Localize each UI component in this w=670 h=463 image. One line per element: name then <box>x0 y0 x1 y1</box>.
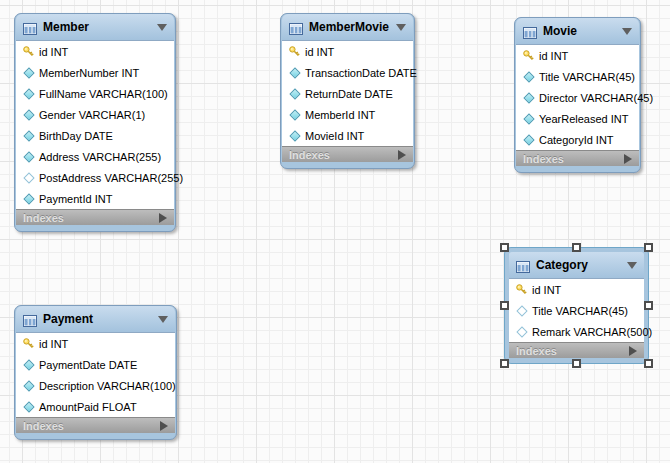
column-row[interactable]: id INT <box>509 279 644 300</box>
indexes-footer[interactable]: Indexes <box>16 417 175 433</box>
column-notnull-icon <box>288 87 301 100</box>
table-header[interactable]: Movie <box>516 18 639 44</box>
key-icon <box>522 49 535 62</box>
column-label: ReturnDate DATE <box>305 88 393 100</box>
column-row[interactable]: Address VARCHAR(255) <box>16 146 174 167</box>
column-notnull-icon <box>522 133 535 146</box>
column-row[interactable]: TransactionDate DATE <box>282 62 413 83</box>
column-row[interactable]: Description VARCHAR(100) <box>16 375 175 396</box>
column-notnull-icon <box>288 66 301 79</box>
column-row[interactable]: id INT <box>516 45 639 66</box>
column-row[interactable]: FullName VARCHAR(100) <box>16 83 174 104</box>
column-row[interactable]: MemberNumber INT <box>16 62 174 83</box>
table-category[interactable]: Category id INTTitle VARCHAR(45)Remark V… <box>504 247 649 364</box>
column-notnull-icon <box>522 70 535 83</box>
column-notnull-icon <box>288 108 301 121</box>
indexes-label: Indexes <box>523 153 564 165</box>
column-label: FullName VARCHAR(100) <box>39 88 168 100</box>
column-row[interactable]: Title VARCHAR(45) <box>509 300 644 321</box>
column-row[interactable]: PaymentId INT <box>16 188 174 209</box>
collapse-arrow-icon[interactable] <box>158 316 168 323</box>
indexes-label: Indexes <box>23 212 64 224</box>
column-label: CategoryId INT <box>539 134 614 146</box>
column-label: id INT <box>39 46 68 58</box>
column-label: Title VARCHAR(45) <box>532 305 628 317</box>
column-label: PostAddress VARCHAR(255) <box>39 172 183 184</box>
selection-handle-e[interactable] <box>644 301 653 310</box>
column-notnull-icon <box>22 400 35 413</box>
column-label: PaymentId INT <box>39 193 112 205</box>
column-label: MovieId INT <box>305 130 364 142</box>
indexes-label: Indexes <box>516 345 557 357</box>
column-notnull-icon <box>22 192 35 205</box>
column-list: id INTTitle VARCHAR(45)Director VARCHAR(… <box>516 44 639 150</box>
table-movie[interactable]: Movie id INTTitle VARCHAR(45)Director VA… <box>514 17 641 173</box>
column-row[interactable]: AmountPaid FLOAT <box>16 396 175 417</box>
selection-handle-s[interactable] <box>572 359 581 368</box>
column-label: id INT <box>305 46 334 58</box>
table-membermovie[interactable]: MemberMovie id INTTransactionDate DATERe… <box>280 13 415 169</box>
column-row[interactable]: Remark VARCHAR(500) <box>509 321 644 342</box>
collapse-arrow-icon[interactable] <box>157 24 167 31</box>
column-notnull-icon <box>288 129 301 142</box>
column-row[interactable]: id INT <box>282 41 413 62</box>
key-icon <box>22 45 35 58</box>
table-payment[interactable]: Payment id INTPaymentDate DATEDescriptio… <box>14 305 177 440</box>
column-label: BirthDay DATE <box>39 130 113 142</box>
column-notnull-icon <box>22 129 35 142</box>
table-icon <box>23 21 37 33</box>
collapse-arrow-icon[interactable] <box>396 24 406 31</box>
indexes-footer[interactable]: Indexes <box>516 150 639 166</box>
column-label: AmountPaid FLOAT <box>39 401 137 413</box>
indexes-footer[interactable]: Indexes <box>509 342 644 358</box>
selection-handle-sw[interactable] <box>500 359 509 368</box>
column-label: MemberNumber INT <box>39 67 139 79</box>
table-header[interactable]: Category <box>509 252 644 278</box>
expand-arrow-icon <box>624 154 632 164</box>
selection-handle-n[interactable] <box>572 243 581 252</box>
key-icon <box>288 45 301 58</box>
table-icon <box>523 25 537 37</box>
collapse-arrow-icon[interactable] <box>622 28 632 35</box>
selection-handle-se[interactable] <box>644 359 653 368</box>
column-list: id INTTitle VARCHAR(45)Remark VARCHAR(50… <box>509 278 644 342</box>
column-row[interactable]: ReturnDate DATE <box>282 83 413 104</box>
column-row[interactable]: Gender VARCHAR(1) <box>16 104 174 125</box>
column-row[interactable]: CategoryId INT <box>516 129 639 150</box>
column-row[interactable]: id INT <box>16 41 174 62</box>
column-row[interactable]: Director VARCHAR(45) <box>516 87 639 108</box>
column-row[interactable]: YearReleased INT <box>516 108 639 129</box>
column-row[interactable]: BirthDay DATE <box>16 125 174 146</box>
selection-handle-ne[interactable] <box>644 243 653 252</box>
expand-arrow-icon <box>160 421 168 431</box>
eer-diagram-canvas[interactable]: Member id INTMemberNumber INTFullName VA… <box>0 0 670 463</box>
table-header[interactable]: Member <box>16 14 174 40</box>
table-header[interactable]: Payment <box>16 306 175 332</box>
table-member[interactable]: Member id INTMemberNumber INTFullName VA… <box>14 13 176 232</box>
column-label: Director VARCHAR(45) <box>539 92 653 104</box>
column-row[interactable]: MemberId INT <box>282 104 413 125</box>
column-label: Gender VARCHAR(1) <box>39 109 145 121</box>
indexes-footer[interactable]: Indexes <box>16 209 174 225</box>
column-row[interactable]: id INT <box>16 333 175 354</box>
table-header[interactable]: MemberMovie <box>282 14 413 40</box>
column-notnull-icon <box>22 66 35 79</box>
column-label: Address VARCHAR(255) <box>39 151 161 163</box>
column-notnull-icon <box>522 112 535 125</box>
column-row[interactable]: Title VARCHAR(45) <box>516 66 639 87</box>
column-label: PaymentDate DATE <box>39 359 137 371</box>
collapse-arrow-icon[interactable] <box>627 262 637 269</box>
table-title: Category <box>536 258 627 272</box>
column-row[interactable]: PostAddress VARCHAR(255) <box>16 167 174 188</box>
column-row[interactable]: MovieId INT <box>282 125 413 146</box>
key-icon <box>22 337 35 350</box>
selection-handle-nw[interactable] <box>500 243 509 252</box>
indexes-footer[interactable]: Indexes <box>282 146 413 162</box>
indexes-label: Indexes <box>23 420 64 432</box>
column-label: MemberId INT <box>305 109 375 121</box>
selection-handle-w[interactable] <box>500 301 509 310</box>
column-notnull-icon <box>22 108 35 121</box>
key-icon <box>515 283 528 296</box>
column-row[interactable]: PaymentDate DATE <box>16 354 175 375</box>
table-title: Payment <box>43 312 158 326</box>
